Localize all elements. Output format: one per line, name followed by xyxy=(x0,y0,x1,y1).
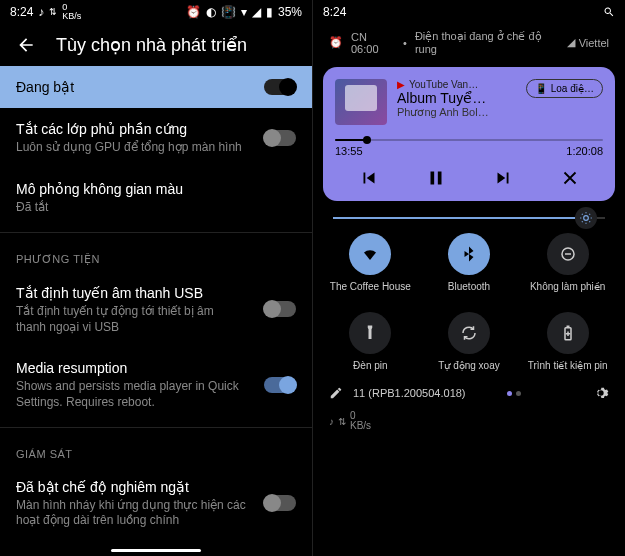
qs-footer: 11 (RPB1.200504.018) xyxy=(313,379,625,407)
section-header-media: PHƯƠNG TIỆN xyxy=(0,237,312,272)
setting-row[interactable]: Media resumption Shows and persists medi… xyxy=(0,347,312,422)
signal-icon: ◢ xyxy=(252,5,261,19)
header: Tùy chọn nhà phát triển xyxy=(0,24,312,66)
dnd-icon xyxy=(559,245,577,263)
signal-icon: ◢ xyxy=(567,36,575,49)
vibrate-icon: 📳 xyxy=(221,5,236,19)
tiktok-icon: ♪ xyxy=(329,416,334,427)
net-icon: ⇅ xyxy=(49,7,57,17)
carrier: Viettel xyxy=(579,37,609,49)
net-icon: ⇅ xyxy=(338,416,346,427)
qs-tiles: The Coffee House Bluetooth Không làm phi… xyxy=(313,225,625,379)
alarm-icon: ⏰ xyxy=(186,5,201,19)
tile-dnd[interactable]: Không làm phiền xyxy=(520,225,615,300)
build-number[interactable]: 11 (RPB1.200504.018) xyxy=(353,387,466,399)
alarm-time[interactable]: CN 06:00 xyxy=(351,31,395,55)
vibrate-icon: • xyxy=(403,37,407,49)
page-indicator xyxy=(507,391,521,396)
media-source: ▶YouTube Van… xyxy=(397,79,516,90)
dnd-icon: ◐ xyxy=(206,5,216,19)
setting-row[interactable]: Đã bật chế độ nghiêm ngặt Màn hình nháy … xyxy=(0,466,312,541)
bluetooth-icon xyxy=(460,245,478,263)
flashlight-icon xyxy=(361,324,379,342)
settings-list: Đang bật Tắt các lớp phủ phần cứng Luôn … xyxy=(0,66,312,545)
ringer-status[interactable]: Điện thoại đang ở chế độ rung xyxy=(415,30,559,55)
media-thumbnail xyxy=(335,79,387,125)
main-toggle-row[interactable]: Đang bật xyxy=(0,66,312,108)
tile-wifi[interactable]: The Coffee House xyxy=(323,225,418,300)
quick-settings-screen: 8:24 ⏰ CN 06:00 • Điện thoại đang ở chế … xyxy=(313,0,625,556)
developer-options-screen: 8:24 ♪ ⇅ 0KB/s ⏰ ◐ 📳 ▾ ◢ ▮ 35% Tùy chọn … xyxy=(0,0,313,556)
clock: 8:24 xyxy=(323,5,346,19)
wifi-icon: ▾ xyxy=(241,5,247,19)
search-icon[interactable] xyxy=(603,6,615,18)
autorotate-icon xyxy=(460,324,478,342)
pause-icon[interactable] xyxy=(425,167,447,189)
close-icon[interactable] xyxy=(559,167,581,189)
tiktok-icon: ♪ xyxy=(38,5,44,19)
status-bar: 8:24 xyxy=(313,0,625,24)
page-title: Tùy chọn nhà phát triển xyxy=(56,34,247,56)
elapsed-time: 13:55 xyxy=(335,145,363,157)
media-progress[interactable] xyxy=(335,139,603,141)
notification-peek[interactable]: ♪ ⇅ 0KB/s xyxy=(313,407,625,435)
setting-row[interactable]: Mô phỏng không gian màu Đã tắt xyxy=(0,168,312,228)
wifi-icon xyxy=(361,245,379,263)
tile-autorotate[interactable]: Tự động xoay xyxy=(422,304,517,379)
output-chip[interactable]: 📱Loa điệ… xyxy=(526,79,603,98)
prev-icon[interactable] xyxy=(358,167,380,189)
toggle[interactable] xyxy=(264,301,296,317)
setting-row[interactable]: Tắt định tuyến âm thanh USB Tắt định tuy… xyxy=(0,272,312,347)
next-icon[interactable] xyxy=(492,167,514,189)
qs-header: ⏰ CN 06:00 • Điện thoại đang ở chế độ ru… xyxy=(313,24,625,61)
edit-icon[interactable] xyxy=(329,386,343,400)
tile-bluetooth[interactable]: Bluetooth xyxy=(422,225,517,300)
battery-saver-icon xyxy=(559,324,577,342)
media-artist: Phương Anh Bol… xyxy=(397,106,516,119)
media-player-card[interactable]: ▶YouTube Van… Album Tuyể… Phương Anh Bol… xyxy=(323,67,615,201)
brightness-icon xyxy=(579,211,593,225)
nav-handle[interactable] xyxy=(111,549,201,552)
battery-pct: 35% xyxy=(278,5,302,19)
status-bar: 8:24 ♪ ⇅ 0KB/s ⏰ ◐ 📳 ▾ ◢ ▮ 35% xyxy=(0,0,312,24)
tile-flashlight[interactable]: Đèn pin xyxy=(323,304,418,379)
toggle[interactable] xyxy=(264,495,296,511)
main-toggle-label: Đang bật xyxy=(16,78,246,96)
gear-icon[interactable] xyxy=(593,385,609,401)
total-time: 1:20:08 xyxy=(566,145,603,157)
toggle[interactable] xyxy=(264,377,296,393)
back-icon[interactable] xyxy=(16,35,36,55)
tile-battery-saver[interactable]: Trình tiết kiệm pin xyxy=(520,304,615,379)
brightness-slider[interactable] xyxy=(333,217,605,219)
svg-point-0 xyxy=(584,216,589,221)
setting-row[interactable]: Kết xuất HWUI cấu hình Tắt xyxy=(0,541,312,545)
toggle[interactable] xyxy=(264,130,296,146)
main-toggle[interactable] xyxy=(264,79,296,95)
clock: 8:24 xyxy=(10,5,33,19)
setting-row[interactable]: Tắt các lớp phủ phần cứng Luôn sử dụng G… xyxy=(0,108,312,168)
phone-icon: 📱 xyxy=(535,83,547,94)
media-title: Album Tuyể… xyxy=(397,90,516,106)
alarm-icon: ⏰ xyxy=(329,36,343,49)
battery-icon: ▮ xyxy=(266,5,273,19)
section-header-monitor: GIÁM SÁT xyxy=(0,432,312,466)
